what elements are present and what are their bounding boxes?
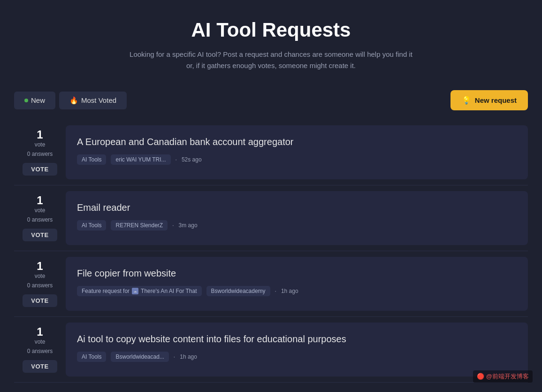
page-title: AI Tool Requests	[9, 19, 533, 41]
feature-request-tag[interactable]: Feature request for ☁ There's An AI For …	[77, 286, 202, 296]
vote-button[interactable]: VOTE	[23, 360, 57, 373]
post-title: File copier from website	[77, 267, 517, 279]
time-label: 52s ago	[182, 156, 202, 163]
meta-dot: ·	[174, 354, 175, 360]
site-name: There's An AI For That	[141, 288, 197, 294]
vote-label: vote	[35, 338, 46, 345]
post-content: Email reader AI Tools RE7REN SlenderZ · …	[66, 191, 528, 245]
time-label: 1h ago	[281, 288, 298, 294]
post-content: Ai tool to copy website content into fil…	[66, 323, 528, 377]
vote-count: 1	[37, 261, 43, 272]
answers-label: 0 answers	[27, 282, 53, 289]
author-tag: Bsworldwideacad...	[111, 352, 168, 362]
tab-most-voted-label: Most Voted	[81, 96, 116, 104]
table-row: 1 vote 0 answers VOTE Email reader AI To…	[14, 185, 528, 251]
table-row: 1 vote 0 answers VOTE File copier from w…	[14, 251, 528, 317]
post-meta: Feature request for ☁ There's An AI For …	[77, 286, 517, 296]
site-icon: ☁	[132, 288, 138, 294]
fire-icon: 🔥	[69, 96, 78, 105]
watermark-text: @前端开发博客	[486, 373, 529, 380]
vote-label: vote	[35, 207, 46, 214]
page-header: AI Tool Requests Looking for a specific …	[0, 0, 542, 85]
meta-dot: ·	[172, 222, 174, 229]
post-content: A European and Canadian bank account agg…	[66, 125, 528, 179]
author-tag: eric WAI YUM TRI...	[111, 154, 170, 165]
watermark-icon: 🔴	[477, 373, 484, 380]
page-subtitle: Looking for a specific AI tool? Post a r…	[126, 49, 417, 71]
vote-section: 1 vote 0 answers VOTE	[14, 251, 66, 316]
tab-new-label: New	[31, 96, 45, 104]
time-label: 1h ago	[180, 354, 197, 360]
vote-section: 1 vote 0 answers VOTE	[14, 120, 66, 185]
answers-label: 0 answers	[27, 216, 53, 223]
vote-count: 1	[37, 195, 43, 206]
new-request-label: New request	[475, 96, 517, 104]
vote-section: 1 vote 0 answers VOTE	[14, 317, 66, 382]
answers-label: 0 answers	[27, 348, 53, 354]
vote-button[interactable]: VOTE	[23, 229, 57, 241]
post-title: Ai tool to copy website content into fil…	[77, 333, 517, 345]
ai-tools-tag[interactable]: AI Tools	[77, 220, 106, 231]
vote-label: vote	[35, 273, 46, 279]
bulb-icon: 💡	[462, 96, 471, 105]
post-meta: AI Tools RE7REN SlenderZ · 3m ago	[77, 220, 517, 231]
ai-tools-tag[interactable]: AI Tools	[77, 352, 106, 362]
time-label: 3m ago	[179, 222, 198, 229]
answers-label: 0 answers	[27, 151, 53, 157]
vote-label: vote	[35, 141, 46, 148]
new-request-button[interactable]: 💡 New request	[450, 90, 528, 110]
post-content: File copier from website Feature request…	[66, 257, 528, 311]
toolbar: New 🔥 Most Voted 💡 New request	[0, 85, 542, 120]
ai-tools-tag[interactable]: AI Tools	[77, 154, 106, 165]
tab-most-voted[interactable]: 🔥 Most Voted	[59, 92, 127, 109]
new-dot-icon	[24, 99, 28, 102]
post-meta: AI Tools eric WAI YUM TRI... · 52s ago	[77, 154, 517, 165]
vote-section: 1 vote 0 answers VOTE	[14, 185, 66, 251]
feature-tag-label: Feature request for	[82, 288, 130, 294]
vote-button[interactable]: VOTE	[23, 294, 57, 307]
author-tag: Bsworldwideacademy	[206, 286, 270, 296]
meta-dot: ·	[176, 156, 177, 163]
vote-count: 1	[37, 129, 43, 140]
table-row: 1 vote 0 answers VOTE Ai tool to copy we…	[14, 317, 528, 383]
vote-count: 1	[37, 326, 43, 338]
table-row: 1 vote 0 answers VOTE A European and Can…	[14, 120, 528, 185]
post-title: Email reader	[77, 201, 517, 214]
post-meta: AI Tools Bsworldwideacad... · 1h ago	[77, 352, 517, 362]
tabs-container: New 🔥 Most Voted	[14, 92, 127, 109]
watermark: 🔴 @前端开发博客	[473, 370, 533, 383]
author-tag: RE7REN SlenderZ	[111, 220, 168, 231]
posts-container: 1 vote 0 answers VOTE A European and Can…	[0, 120, 542, 383]
meta-dot: ·	[275, 288, 276, 294]
tab-new[interactable]: New	[14, 92, 55, 109]
vote-button[interactable]: VOTE	[23, 163, 57, 176]
post-title: A European and Canadian bank account agg…	[77, 136, 517, 148]
